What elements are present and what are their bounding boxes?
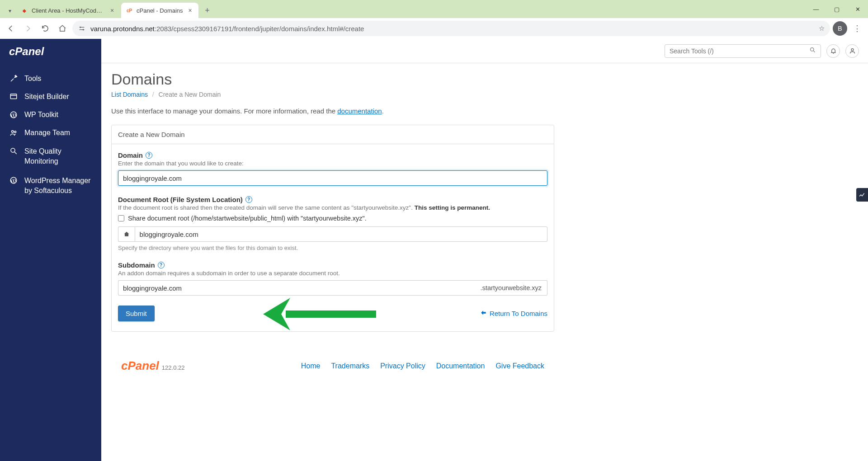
cpanel-logo[interactable]: cPanel	[0, 45, 101, 70]
content-area: Domains List Domains / Create a New Doma…	[101, 39, 868, 461]
documentation-link[interactable]: documentation	[337, 107, 382, 115]
footer-link-privacy[interactable]: Privacy Policy	[380, 362, 425, 370]
footer: cPanel 122.0.22 Home Trademarks Privacy …	[111, 345, 554, 377]
sidebar: cPanel Tools Sitejet Builder WP Toolkit …	[0, 39, 101, 461]
footer-version: 122.0.22	[162, 364, 185, 371]
svg-point-10	[851, 49, 854, 51]
new-tab-button[interactable]: +	[201, 4, 214, 17]
docroot-below-hint: Specify the directory where you want the…	[118, 245, 547, 251]
docroot-label: Document Root (File System Location) ?	[118, 196, 547, 203]
subdomain-suffix: .startyourwebsite.xyz	[475, 280, 547, 296]
wordpress-icon	[9, 110, 18, 119]
wordpress-icon	[9, 176, 18, 185]
create-domain-panel: Create a New Domain Domain ? Enter the d…	[111, 125, 554, 332]
svg-point-0	[80, 27, 81, 28]
page-title: Domains	[111, 71, 554, 88]
svg-point-9	[811, 48, 814, 52]
sidebar-item-label: Tools	[24, 75, 41, 83]
url-text: varuna.protondns.net:2083/cpsess23091671…	[90, 25, 814, 33]
svg-text:cPanel: cPanel	[9, 45, 45, 57]
share-docroot-checkbox[interactable]: Share document root (/home/startwebsite/…	[118, 215, 547, 222]
address-bar[interactable]: varuna.protondns.net:2083/cpsess23091671…	[72, 21, 830, 36]
sidebar-item-label: Sitejet Builder	[24, 93, 69, 101]
domain-input[interactable]	[118, 170, 547, 186]
breadcrumb-separator: /	[152, 91, 154, 98]
sidebar-item-wp-toolkit[interactable]: WP Toolkit	[0, 106, 101, 124]
checkbox-label: Share document root (/home/startwebsite/…	[128, 215, 367, 222]
home-button[interactable]	[55, 21, 70, 36]
panel-title: Create a New Domain	[112, 125, 554, 144]
close-icon[interactable]: ×	[108, 7, 116, 14]
help-icon[interactable]: ?	[245, 196, 252, 203]
tab-cpanel-domains[interactable]: cP cPanel - Domains ×	[121, 3, 198, 18]
footer-link-home[interactable]: Home	[301, 362, 321, 370]
svg-point-5	[12, 131, 14, 133]
topbar	[101, 39, 868, 63]
sidebar-item-label: WordPress Managerby Softaculous	[24, 176, 90, 196]
profile-avatar[interactable]: B	[833, 21, 847, 36]
subdomain-label: Subdomain ?	[118, 261, 547, 269]
footer-link-trademarks[interactable]: Trademarks	[331, 362, 369, 370]
svg-rect-3	[10, 94, 17, 99]
docroot-input[interactable]	[135, 226, 547, 242]
stats-tab-button[interactable]	[856, 188, 868, 202]
window-controls: — ▢ ✕	[806, 0, 868, 18]
sidebar-item-tools[interactable]: Tools	[0, 70, 101, 88]
help-icon[interactable]: ?	[158, 262, 165, 268]
subdomain-input[interactable]	[118, 280, 475, 296]
help-icon[interactable]: ?	[146, 152, 152, 159]
favicon-icon: cP	[126, 7, 133, 14]
svg-point-6	[14, 131, 16, 133]
browser-menu-button[interactable]: ⋮	[850, 21, 864, 36]
footer-link-feedback[interactable]: Give Feedback	[495, 362, 544, 370]
search-icon[interactable]	[809, 47, 816, 55]
intro-text: Use this interface to manage your domain…	[111, 107, 554, 115]
maximize-button[interactable]: ▢	[826, 0, 847, 18]
docroot-hint: If the document root is shared then the …	[118, 204, 547, 211]
close-icon[interactable]: ×	[187, 7, 194, 14]
sidebar-item-manage-team[interactable]: Manage Team	[0, 124, 101, 142]
sidebar-item-label: Manage Team	[24, 129, 70, 137]
tab-title: cPanel - Domains	[137, 7, 183, 14]
domain-label: Domain ?	[118, 151, 547, 159]
return-to-domains-link[interactable]: Return To Domains	[481, 310, 547, 317]
account-button[interactable]	[845, 44, 859, 58]
tab-client-area[interactable]: ◆ Client Area - HostMyCode Web ×	[16, 3, 120, 18]
back-button[interactable]	[4, 21, 18, 36]
sidebar-item-wp-manager[interactable]: WordPress Managerby Softaculous	[0, 171, 101, 201]
forward-button[interactable]	[21, 21, 35, 36]
reload-button[interactable]	[38, 21, 52, 36]
minimize-button[interactable]: —	[806, 0, 826, 18]
browser-toolbar: varuna.protondns.net:2083/cpsess23091671…	[0, 18, 868, 39]
notifications-button[interactable]	[826, 44, 840, 58]
footer-logo: cPanel	[121, 359, 159, 373]
breadcrumb: List Domains / Create a New Domain	[111, 91, 554, 98]
submit-button[interactable]: Submit	[118, 306, 155, 321]
favicon-icon: ◆	[21, 7, 28, 14]
sidebar-item-site-quality[interactable]: Site QualityMonitoring	[0, 142, 101, 171]
home-icon	[118, 226, 135, 242]
tools-icon	[9, 74, 18, 83]
footer-link-documentation[interactable]: Documentation	[436, 362, 485, 370]
domain-hint: Enter the domain that you would like to …	[118, 160, 547, 167]
svg-point-1	[83, 29, 84, 30]
breadcrumb-list-domains[interactable]: List Domains	[111, 91, 148, 98]
browser-tab-strip: ▾ ◆ Client Area - HostMyCode Web × cP cP…	[0, 0, 868, 18]
sitejet-icon	[9, 92, 18, 101]
sidebar-item-label: WP Toolkit	[24, 111, 58, 119]
site-settings-icon[interactable]	[78, 24, 86, 33]
svg-point-7	[11, 148, 15, 152]
sidebar-item-sitejet[interactable]: Sitejet Builder	[0, 88, 101, 106]
search-tools[interactable]	[665, 44, 821, 58]
tab-search-dropdown[interactable]: ▾	[4, 4, 16, 18]
sidebar-item-label: Site QualityMonitoring	[24, 146, 61, 167]
share-docroot-input[interactable]	[118, 215, 124, 221]
breadcrumb-current: Create a New Domain	[159, 91, 221, 98]
magnify-icon	[9, 146, 18, 155]
team-icon	[9, 128, 18, 137]
subdomain-hint: An addon domain requires a subdomain in …	[118, 270, 547, 277]
tab-title: Client Area - HostMyCode Web	[32, 7, 105, 14]
bookmark-star-icon[interactable]: ☆	[819, 24, 825, 33]
search-input[interactable]	[670, 47, 806, 55]
close-window-button[interactable]: ✕	[847, 0, 868, 18]
